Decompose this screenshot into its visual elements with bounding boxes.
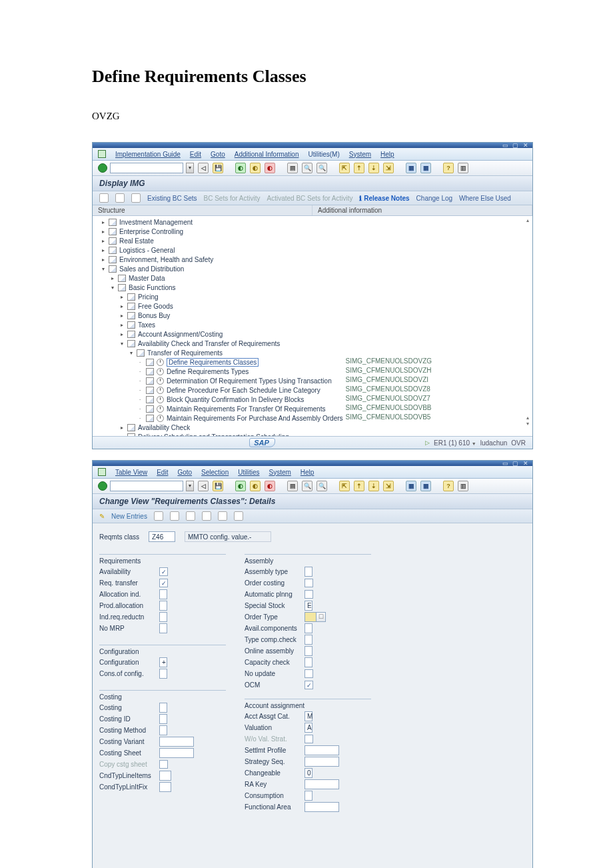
menu-item[interactable]: Goto xyxy=(211,151,225,158)
new-entries-button[interactable]: New Entries xyxy=(111,513,147,520)
shortcut-icon[interactable]: ▦ xyxy=(420,481,431,491)
menu-item[interactable]: Edit xyxy=(190,151,201,158)
exit-icon[interactable]: ◐ xyxy=(250,163,261,173)
print-icon[interactable] xyxy=(234,511,243,521)
lastpage-icon[interactable]: ⇲ xyxy=(383,481,394,491)
standard-toolbar[interactable]: ▾ ◁ 💾 ◐ ◐ ◐ ▤ 🔍 🔍 ⇱ ⇡ ⇣ ⇲ ▦ ▦ ? ▥ xyxy=(93,479,532,494)
app-toolbar[interactable]: Existing BC Sets BC Sets for Activity Ac… xyxy=(93,191,532,205)
cancel-icon[interactable]: ◐ xyxy=(265,481,275,491)
menu-item[interactable]: Implementation Guide xyxy=(115,151,181,158)
capacitycheck-field[interactable] xyxy=(305,657,312,667)
findnext-icon[interactable]: 🔍 xyxy=(316,163,327,173)
menu-item[interactable]: System xyxy=(269,469,291,476)
find-icon[interactable]: 🔍 xyxy=(302,481,312,491)
menu-icon[interactable] xyxy=(98,468,106,476)
enter-icon[interactable]: ◐ xyxy=(235,481,246,491)
acctassgt-field[interactable]: M xyxy=(305,711,312,721)
menu-item[interactable]: Edit xyxy=(157,469,168,476)
ordertype-field[interactable] xyxy=(305,612,316,622)
cndlinitfix-field[interactable] xyxy=(159,782,171,792)
menu-item[interactable]: System xyxy=(349,151,371,158)
menu-item[interactable]: Utilities(M) xyxy=(308,151,340,158)
shortcut-icon[interactable]: ▦ xyxy=(420,163,431,173)
prevpage-icon[interactable]: ⇡ xyxy=(354,481,364,491)
lastpage-icon[interactable]: ⇲ xyxy=(383,163,394,173)
find-icon[interactable]: 🔍 xyxy=(302,163,312,173)
window-buttons[interactable]: ▭ ▢ ✕ xyxy=(502,460,530,467)
menu-bar[interactable]: Implementation Guide Edit Goto Additiona… xyxy=(93,148,532,161)
funcarea-field[interactable] xyxy=(305,802,339,812)
firstpage-icon[interactable]: ⇱ xyxy=(339,481,350,491)
changeable-field[interactable]: 0 xyxy=(305,768,312,778)
cancel-icon[interactable]: ◐ xyxy=(265,163,275,173)
app-toolbar[interactable]: ✎ New Entries xyxy=(93,509,532,523)
layout-icon[interactable]: ▥ xyxy=(458,163,468,173)
print-icon[interactable]: ▤ xyxy=(287,163,298,173)
costingsheet-field[interactable] xyxy=(159,748,194,758)
ok-icon[interactable] xyxy=(98,163,107,173)
settlmt-field[interactable] xyxy=(305,745,339,755)
consumption-field[interactable] xyxy=(305,791,312,801)
onlineassembly-field[interactable] xyxy=(305,646,312,656)
costingid-field[interactable] xyxy=(159,714,167,724)
newsession-icon[interactable]: ▦ xyxy=(406,481,416,491)
bcsets-activity-button[interactable]: BC Sets for Activity xyxy=(203,195,260,202)
window-buttons[interactable]: ▭ ▢ ✕ xyxy=(502,142,530,149)
findnext-icon[interactable]: 🔍 xyxy=(316,481,327,491)
menu-icon[interactable] xyxy=(98,150,106,158)
costing-field[interactable] xyxy=(159,703,167,713)
scroll-down-icon[interactable]: ▴▾ xyxy=(524,415,531,427)
nextpage-icon[interactable]: ⇣ xyxy=(368,481,379,491)
delete-icon[interactable] xyxy=(170,511,179,521)
noupdate-checkbox[interactable] xyxy=(305,669,313,678)
back-icon[interactable]: ◁ xyxy=(198,481,209,491)
menu-item[interactable]: Utilities xyxy=(238,469,259,476)
change-icon[interactable]: ✎ xyxy=(99,513,105,520)
standard-toolbar[interactable]: ▾ ◁ 💾 ◐ ◐ ◐ ▤ 🔍 🔍 ⇱ ⇡ ⇣ ⇲ ▦ ▦ ? ▥ xyxy=(93,161,532,176)
costingmethod-field[interactable] xyxy=(159,725,167,735)
prev-entry-icon[interactable] xyxy=(202,511,211,521)
position-icon[interactable] xyxy=(131,193,141,203)
nextpage-icon[interactable]: ⇣ xyxy=(368,163,379,173)
save-icon[interactable]: 💾 xyxy=(213,163,223,173)
whereused-button[interactable]: Where Else Used xyxy=(459,195,511,202)
back-icon[interactable]: ◁ xyxy=(198,163,209,173)
valuation-field[interactable]: A xyxy=(305,723,312,733)
prevpage-icon[interactable]: ⇡ xyxy=(354,163,364,173)
next-entry-icon[interactable] xyxy=(218,511,227,521)
command-dropdown-icon[interactable]: ▾ xyxy=(186,163,194,173)
menu-bar[interactable]: Table View Edit Goto Selection Utilities… xyxy=(93,466,532,479)
layout-icon[interactable]: ▥ xyxy=(458,481,468,491)
menu-item[interactable]: Help xyxy=(380,151,394,158)
reqmts-class-field[interactable]: Z46 xyxy=(149,531,175,542)
costingvariant-field[interactable] xyxy=(159,737,194,747)
cons-config-field[interactable] xyxy=(159,669,167,679)
ordercosting-checkbox[interactable] xyxy=(305,579,313,587)
availcomp-field[interactable] xyxy=(305,623,312,633)
indreq-field[interactable] xyxy=(159,612,167,622)
typecompcheck-field[interactable] xyxy=(305,635,312,645)
allocation-field[interactable] xyxy=(159,589,167,599)
command-field[interactable] xyxy=(110,163,183,173)
strategy-field[interactable] xyxy=(305,757,339,767)
copy-icon[interactable] xyxy=(154,511,163,521)
exit-icon[interactable]: ◐ xyxy=(250,481,261,491)
prodalloc-field[interactable] xyxy=(159,601,167,611)
ok-icon[interactable] xyxy=(98,481,107,491)
menu-item[interactable]: Help xyxy=(301,469,314,476)
save-icon[interactable]: 💾 xyxy=(213,481,223,491)
ordertype-search-icon[interactable]: ☐ xyxy=(316,612,326,622)
cndlineitems-field[interactable] xyxy=(159,771,171,781)
configuration-field[interactable]: + xyxy=(159,657,167,667)
firstpage-icon[interactable]: ⇱ xyxy=(339,163,350,173)
rakey-field[interactable] xyxy=(305,779,339,789)
img-tree[interactable]: ▴ ▴▾ ▸Investment Management ▸Enterprise … xyxy=(93,216,532,436)
collapse-icon[interactable] xyxy=(115,193,125,203)
menu-item[interactable]: Table View xyxy=(115,469,147,476)
reqtransfer-checkbox[interactable]: ✓ xyxy=(159,579,168,587)
menu-item[interactable]: Selection xyxy=(201,469,229,476)
menu-item[interactable]: Additional Information xyxy=(235,151,299,158)
scroll-up-icon[interactable]: ▴ xyxy=(524,217,531,223)
print-icon[interactable]: ▤ xyxy=(287,481,298,491)
activated-bcsets-button[interactable]: Activated BC Sets for Activity xyxy=(267,195,353,202)
